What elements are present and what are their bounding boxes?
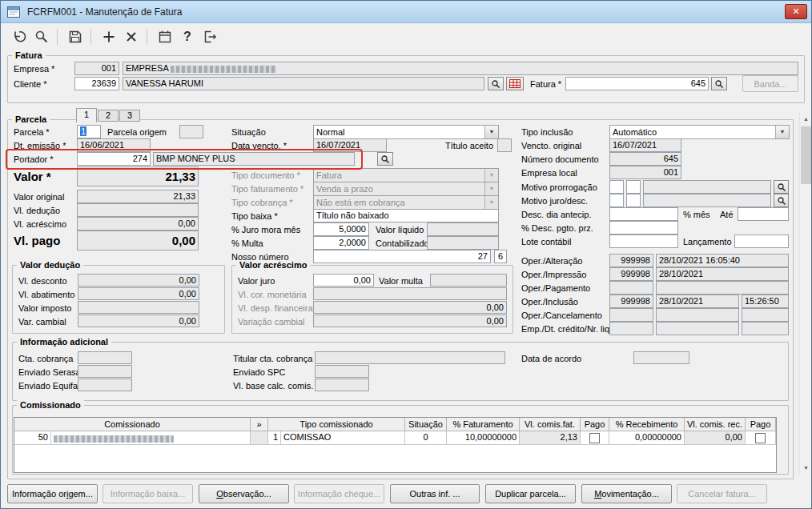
tab-parcela-3[interactable]: 3 (119, 110, 140, 122)
exit-button[interactable] (199, 26, 220, 47)
tipo-baixa-field[interactable]: Título não baixado (313, 209, 499, 222)
lote-contabil-field[interactable] (609, 234, 678, 248)
portador-lookup-button[interactable] (377, 152, 393, 166)
header-vl-comis-rec: Vl. comis. rec. (685, 418, 746, 431)
chevron-down-icon[interactable]: ▼ (484, 126, 498, 138)
pago-recebimento-checkbox[interactable] (755, 433, 766, 443)
duplicar-parcela-button[interactable]: Duplicar parcela... (485, 484, 576, 503)
calendar-button[interactable] (155, 26, 175, 47)
oper-impressao-data-field: 28/10/2021 (656, 267, 789, 281)
magnifier-icon (491, 79, 500, 89)
save-icon (67, 29, 83, 45)
portador-code-field[interactable]: 274 (77, 152, 151, 166)
motivo-prorrogacao-code2-field[interactable] (626, 180, 641, 194)
desc-ate-field[interactable] (738, 207, 789, 221)
numero-documento-field: 645 (609, 152, 681, 166)
help-button[interactable]: ? (177, 26, 198, 47)
nosso-numero-digito-field[interactable]: 6 (494, 250, 507, 263)
situacao-dropdown[interactable]: Normal ▼ (313, 125, 499, 139)
outras-inf-button[interactable]: Outras inf. ... (390, 484, 480, 503)
desc-pgto-prz-field[interactable] (609, 221, 678, 234)
cell-chevrons[interactable] (251, 431, 268, 445)
cell-comissionado-nome[interactable] (51, 431, 251, 445)
fatura-numero-label: Fatura * (530, 79, 561, 90)
delete-button[interactable] (121, 26, 142, 47)
cell-vl-comis-fat: 2,13 (520, 431, 581, 445)
empresa-name-field: EMPRESA (123, 62, 798, 75)
cell-pct-recebimento[interactable]: 0,00000000 (609, 431, 685, 445)
motivo-prorrogacao-code-field[interactable] (609, 180, 624, 194)
tab-parcela-2[interactable]: 2 (98, 110, 119, 122)
oper-inclusao-hora-field: 15:26:50 (742, 295, 789, 308)
cliente-lookup-button[interactable] (488, 77, 504, 90)
multa-field[interactable]: 2,0000 (313, 236, 369, 250)
valor-original-label: Valor original (14, 192, 64, 202)
cell-tipo-nome[interactable]: COMISSAO REPRESENTANTE (281, 431, 405, 445)
enviado-serasa-field (78, 365, 132, 378)
enviado-spc-field (315, 365, 369, 378)
oper-cancelamento-hora-field (742, 308, 789, 322)
oper-cancelamento-label: Oper./Cancelamento (521, 311, 602, 321)
informacao-origem-button[interactable]: Informação origem... (7, 484, 98, 503)
pago-faturamento-checkbox[interactable] (589, 433, 600, 443)
motivo-juro-code2-field[interactable] (626, 194, 641, 207)
tipo-inclusao-dropdown[interactable]: Automático ▼ (609, 125, 790, 139)
toolbar-separator (57, 29, 58, 45)
motivo-juro-desc-field (643, 194, 771, 207)
valor-juro-field[interactable]: 0,00 (313, 274, 374, 287)
scroll-up-arrow[interactable]: ▲ (800, 113, 812, 126)
scroll-down-arrow[interactable]: ▼ (800, 462, 812, 475)
enviado-equifax-field (78, 379, 132, 391)
close-button[interactable]: ✕ (785, 4, 807, 19)
nosso-numero-field[interactable]: 27 (313, 250, 491, 263)
toolbar-separator (90, 29, 91, 45)
fatura-lookup-button[interactable] (711, 77, 727, 90)
chevron-down-icon[interactable]: ▼ (775, 126, 789, 138)
header-chevrons[interactable]: » (251, 418, 268, 431)
vertical-scrollbar[interactable]: ▲ ▼ (799, 113, 811, 475)
add-button[interactable] (98, 26, 119, 47)
motivo-juro-lookup-button[interactable] (774, 194, 789, 207)
motivo-prorrogacao-lookup-button[interactable] (774, 180, 789, 194)
search-button[interactable] (31, 26, 52, 47)
tab-parcela-1[interactable]: 1 (76, 108, 97, 122)
undo-button[interactable] (9, 26, 30, 47)
header-pago-rec: Pago (746, 418, 776, 431)
parcela-field[interactable]: 1 (77, 125, 101, 138)
motivo-prorrogacao-desc-field (643, 180, 771, 194)
cliente-code-field[interactable]: 23639 (74, 77, 119, 90)
observacao-button[interactable]: Observação... (199, 484, 289, 503)
movimentacao-button[interactable]: Movimentação... (581, 484, 672, 503)
empresa-label: Empresa * (14, 64, 54, 74)
exit-icon (202, 29, 218, 45)
fatura-group-legend: Fatura (12, 50, 46, 60)
tipo-documento-dropdown: Fatura ▼ (313, 168, 499, 182)
save-button[interactable] (65, 26, 86, 47)
juro-mora-field[interactable]: 5,0000 (313, 222, 369, 236)
lancamento-field[interactable] (734, 234, 789, 248)
cell-situacao[interactable]: 0 (405, 431, 447, 445)
motivo-juro-code-field[interactable] (609, 194, 624, 207)
desc-dia-antecip-field[interactable] (609, 207, 678, 221)
redacted-text (171, 66, 276, 73)
cell-pct-faturamento[interactable]: 10,00000000 (447, 431, 520, 445)
enviado-spc-label: Enviado SPC (233, 367, 285, 378)
vl-desconto-field: 0,00 (78, 274, 199, 287)
numero-documento-label: Número documento (521, 154, 599, 165)
informacao-cheque-button: Informação cheque... (294, 484, 384, 503)
oper-alteracao-label: Oper./Alteração (521, 256, 582, 267)
vl-desconto-label: Vl. desconto (18, 276, 67, 287)
valor-imposto-field (78, 301, 199, 314)
cell-comissionado-codigo[interactable]: 50 (14, 431, 51, 445)
calendar-icon (157, 29, 173, 45)
cliente-matrix-button[interactable] (506, 77, 524, 90)
plus-icon (101, 29, 117, 45)
vl-pago-label: Vl. pago (14, 234, 60, 247)
var-cambial-field: 0,00 (78, 315, 199, 327)
cell-tipo-codigo[interactable]: 1 (268, 431, 281, 445)
help-icon: ? (183, 30, 191, 44)
scrollbar-thumb[interactable] (801, 126, 811, 184)
fatura-numero-field[interactable]: 645 (565, 77, 709, 90)
titlebar: FCRFM001 - Manutenção de Fatura ✕ (1, 1, 811, 23)
toolbar: ? (1, 23, 811, 50)
